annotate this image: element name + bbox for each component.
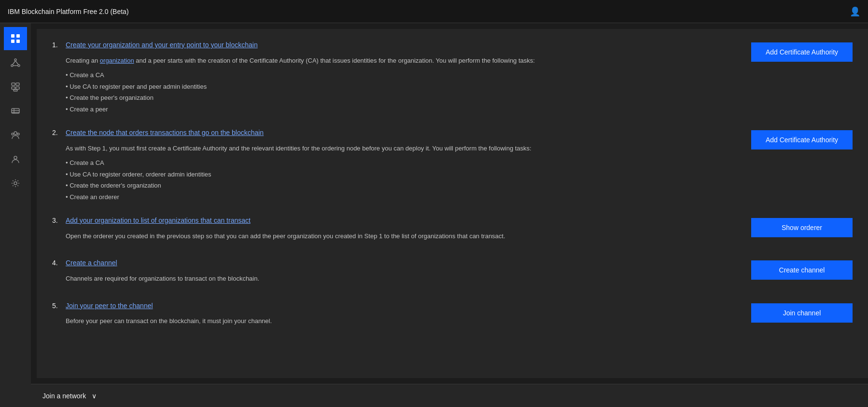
- organizations-icon: [11, 130, 20, 140]
- content-panel: 1. Create your organization and your ent…: [37, 29, 868, 378]
- step-5-description: Before your peer can transact on the blo…: [66, 316, 743, 326]
- step-2-add-ca-button[interactable]: Add Certificate Authority: [751, 130, 853, 149]
- svg-rect-2: [11, 40, 14, 43]
- svg-rect-3: [16, 40, 20, 43]
- step-4-button-col: Create channel: [751, 258, 853, 280]
- sidebar-item-network[interactable]: [4, 51, 27, 74]
- svg-point-20: [12, 133, 14, 135]
- step-2-body: Create the node that orders transactions…: [66, 128, 743, 203]
- bottom-bar-chevron-icon[interactable]: ∨: [92, 392, 97, 400]
- svg-rect-12: [12, 87, 15, 89]
- step-4-description: Channels are required for organizations …: [66, 274, 743, 284]
- bottom-bar: Join a network ∨: [31, 384, 868, 407]
- step-1-button-col: Add Certificate Authority: [751, 41, 853, 62]
- channels-icon: [11, 106, 20, 116]
- step-5-body: Join your peer to the channel Before you…: [66, 301, 743, 330]
- svg-rect-11: [16, 83, 19, 85]
- sidebar-item-organizations[interactable]: [4, 123, 27, 147]
- step-2-number: 2.: [52, 128, 66, 136]
- svg-rect-13: [16, 87, 19, 89]
- sidebar-item-components[interactable]: [4, 75, 27, 98]
- content-area: 1. Create your organization and your ent…: [31, 23, 868, 407]
- svg-point-5: [11, 65, 13, 67]
- step-3-button-col: Show orderer: [751, 216, 853, 237]
- step-1-body: Create your organization and your entry …: [66, 41, 743, 115]
- step-5-join-channel-button[interactable]: Join channel: [751, 303, 853, 323]
- step-4-body: Create a channel Channels are required f…: [66, 258, 743, 287]
- svg-point-19: [14, 132, 17, 135]
- sidebar-item-channels[interactable]: [4, 99, 27, 122]
- grid-icon: [11, 34, 20, 43]
- step-4-row: 4. Create a channel Channels are require…: [52, 258, 853, 287]
- step-5-button-col: Join channel: [751, 301, 853, 323]
- step-3-number: 3.: [52, 216, 66, 224]
- step-4-number: 4.: [52, 258, 66, 267]
- step-1-title[interactable]: Create your organization and your entry …: [66, 41, 258, 50]
- step-5-title[interactable]: Join your peer to the channel: [66, 301, 153, 311]
- step-1-description: Creating an organization and a peer star…: [66, 56, 743, 66]
- user-icon[interactable]: 👤: [850, 6, 860, 17]
- main-layout: 1. Create your organization and your ent…: [0, 23, 868, 407]
- step-4-title[interactable]: Create a channel: [66, 258, 117, 268]
- sidebar-item-settings[interactable]: [4, 172, 27, 195]
- step-1-org-link[interactable]: organization: [100, 57, 134, 64]
- identity-icon: [11, 154, 20, 164]
- components-icon: [11, 82, 20, 92]
- step-1-bullets: • Create a CA • Use CA to register peer …: [66, 69, 743, 115]
- sidebar-item-identity[interactable]: [4, 148, 27, 171]
- step-4-create-channel-button[interactable]: Create channel: [751, 260, 853, 280]
- svg-line-7: [13, 61, 15, 65]
- step-3-body: Add your organization to list of organiz…: [66, 216, 743, 245]
- svg-point-4: [14, 59, 16, 61]
- step-2-description: As with Step 1, you must first create a …: [66, 144, 743, 154]
- svg-rect-14: [14, 90, 17, 91]
- bottom-bar-label: Join a network: [42, 392, 86, 400]
- top-header: IBM Blockchain Platform Free 2.0 (Beta) …: [0, 0, 868, 23]
- nodes-icon: [11, 58, 20, 68]
- step-2-title[interactable]: Create the node that orders transactions…: [66, 128, 264, 138]
- step-3-description: Open the orderer you created in the prev…: [66, 231, 743, 242]
- svg-point-6: [18, 65, 20, 67]
- app-title: IBM Blockchain Platform Free 2.0 (Beta): [8, 8, 129, 15]
- step-2-button-col: Add Certificate Authority: [751, 128, 853, 149]
- step-2-bullets: • Create a CA • Use CA to register order…: [66, 157, 743, 203]
- svg-line-8: [15, 61, 18, 65]
- step-1-row: 1. Create your organization and your ent…: [52, 41, 853, 115]
- step-3-row: 3. Add your organization to list of orga…: [52, 216, 853, 245]
- settings-icon: [11, 178, 20, 188]
- step-1-number: 1.: [52, 41, 66, 49]
- svg-rect-10: [12, 83, 15, 85]
- step-1-add-ca-button[interactable]: Add Certificate Authority: [751, 42, 853, 62]
- sidebar: [0, 23, 31, 407]
- step-3-show-orderer-button[interactable]: Show orderer: [751, 218, 853, 237]
- step-5-number: 5.: [52, 301, 66, 310]
- step-5-row: 5. Join your peer to the channel Before …: [52, 301, 853, 330]
- svg-point-22: [14, 156, 17, 159]
- svg-rect-0: [11, 34, 14, 38]
- step-2-row: 2. Create the node that orders transacti…: [52, 128, 853, 203]
- sidebar-item-dashboard[interactable]: [4, 27, 27, 50]
- svg-point-21: [17, 133, 19, 135]
- svg-rect-1: [16, 34, 20, 38]
- svg-point-23: [14, 182, 17, 185]
- step-3-title[interactable]: Add your organization to list of organiz…: [66, 216, 251, 226]
